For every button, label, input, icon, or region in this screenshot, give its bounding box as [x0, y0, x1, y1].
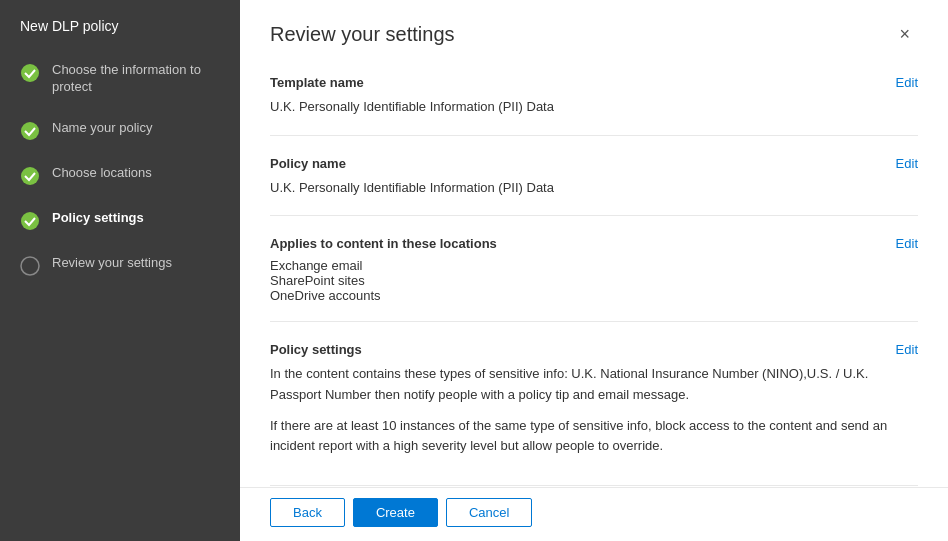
- policy-name-section: Policy name Edit U.K. Personally Identif…: [270, 156, 918, 217]
- check-circle-icon: [20, 63, 40, 83]
- policy-settings-title: Policy settings: [270, 342, 362, 357]
- main-header: Review your settings ×: [240, 0, 948, 59]
- check-circle-icon: [20, 211, 40, 231]
- template-name-title: Template name: [270, 75, 364, 90]
- policy-settings-desc1: In the content contains these types of s…: [270, 364, 918, 406]
- sidebar-item-label: Policy settings: [52, 210, 144, 227]
- close-button[interactable]: ×: [891, 20, 918, 49]
- page-title: Review your settings: [270, 23, 455, 46]
- sidebar-item-label: Review your settings: [52, 255, 172, 272]
- applies-to-edit[interactable]: Edit: [896, 236, 918, 251]
- policy-name-value: U.K. Personally Identifiable Information…: [270, 180, 554, 195]
- main-content: Review your settings × Template name Edi…: [240, 0, 948, 541]
- create-button[interactable]: Create: [353, 498, 438, 527]
- cancel-button[interactable]: Cancel: [446, 498, 532, 527]
- policy-settings-edit[interactable]: Edit: [896, 342, 918, 357]
- main-body: Template name Edit U.K. Personally Ident…: [240, 59, 948, 487]
- sidebar-item-choose-info[interactable]: Choose the information to protect: [0, 50, 240, 108]
- location-onedrive: OneDrive accounts: [270, 288, 918, 303]
- applies-to-header: Applies to content in these locations Ed…: [270, 236, 918, 254]
- svg-point-4: [21, 257, 39, 275]
- policy-settings-desc2: If there are at least 10 instances of th…: [270, 416, 918, 458]
- svg-point-1: [21, 122, 39, 140]
- location-exchange: Exchange email: [270, 258, 918, 273]
- check-circle-icon: [20, 121, 40, 141]
- policy-settings-section: Policy settings Edit In the content cont…: [270, 342, 918, 486]
- policy-name-header: Policy name Edit: [270, 156, 918, 174]
- sidebar-item-label: Name your policy: [52, 120, 152, 137]
- footer: Back Create Cancel: [240, 487, 948, 541]
- template-name-section: Template name Edit U.K. Personally Ident…: [270, 75, 918, 136]
- svg-point-2: [21, 167, 39, 185]
- back-button[interactable]: Back: [270, 498, 345, 527]
- template-name-value: U.K. Personally Identifiable Information…: [270, 99, 554, 114]
- sidebar-item-label: Choose the information to protect: [52, 62, 220, 96]
- policy-settings-header: Policy settings Edit: [270, 342, 918, 360]
- sidebar-item-review-settings[interactable]: Review your settings: [0, 243, 240, 288]
- policy-name-edit[interactable]: Edit: [896, 156, 918, 171]
- sidebar-item-name-policy[interactable]: Name your policy: [0, 108, 240, 153]
- sidebar-item-policy-settings[interactable]: Policy settings: [0, 198, 240, 243]
- location-sharepoint: SharePoint sites: [270, 273, 918, 288]
- sidebar-item-label: Choose locations: [52, 165, 152, 182]
- applies-to-section: Applies to content in these locations Ed…: [270, 236, 918, 322]
- sidebar: New DLP policy Choose the information to…: [0, 0, 240, 541]
- template-name-header: Template name Edit: [270, 75, 918, 93]
- svg-point-3: [21, 212, 39, 230]
- circle-icon: [20, 256, 40, 276]
- svg-point-0: [21, 64, 39, 82]
- policy-name-title: Policy name: [270, 156, 346, 171]
- sidebar-title: New DLP policy: [0, 0, 240, 50]
- applies-to-title: Applies to content in these locations: [270, 236, 497, 251]
- template-name-edit[interactable]: Edit: [896, 75, 918, 90]
- sidebar-item-choose-locations[interactable]: Choose locations: [0, 153, 240, 198]
- check-circle-icon: [20, 166, 40, 186]
